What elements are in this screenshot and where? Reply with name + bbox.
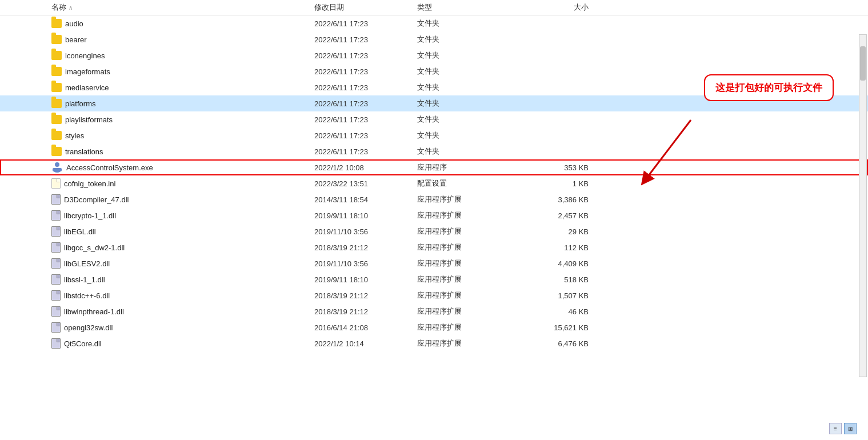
folder-icon xyxy=(51,115,62,124)
file-date: 2022/6/11 17:23 xyxy=(314,67,417,76)
folder-row[interactable]: translations 2022/6/11 17:23 文件夹 xyxy=(0,143,868,159)
file-size: 1,507 KB xyxy=(520,291,600,300)
file-row[interactable]: D3Dcompiler_47.dll 2014/3/11 18:54 应用程序扩… xyxy=(0,191,868,207)
file-date: 2022/6/11 17:23 xyxy=(314,99,417,108)
file-name: Qt5Core.dll xyxy=(64,339,102,348)
file-size: 6,476 KB xyxy=(520,339,600,348)
file-type: 应用程序扩展 xyxy=(417,338,520,349)
file-type: 文件夹 xyxy=(417,146,520,157)
file-date: 2018/3/19 21:12 xyxy=(314,307,417,316)
file-type: 应用程序扩展 xyxy=(417,290,520,301)
file-name: libwinpthread-1.dll xyxy=(64,307,124,316)
svg-rect-2 xyxy=(53,168,62,171)
file-name: AccessControlSystem.exe xyxy=(66,163,153,172)
file-row[interactable]: libGLESV2.dll 2019/11/10 3:56 应用程序扩展 4,4… xyxy=(0,255,868,271)
file-name: libcrypto-1_1.dll xyxy=(64,211,116,220)
callout-box: 这是打包好的可执行文件 xyxy=(704,74,834,101)
file-date: 2022/6/11 17:23 xyxy=(314,19,417,28)
file-name: mediaservice xyxy=(65,83,109,92)
file-date: 2018/3/19 21:12 xyxy=(314,291,417,300)
file-name: playlistformats xyxy=(65,115,113,124)
file-type: 文件夹 xyxy=(417,98,520,109)
file-row[interactable]: libEGL.dll 2019/11/10 3:56 应用程序扩展 29 KB xyxy=(0,223,868,239)
folder-icon xyxy=(51,147,62,156)
file-type: 应用程序扩展 xyxy=(417,258,520,269)
folder-row[interactable]: iconengines 2022/6/11 17:23 文件夹 xyxy=(0,47,868,63)
file-type: 应用程序扩展 xyxy=(417,306,520,317)
file-size: 1 KB xyxy=(520,179,600,188)
file-size: 3,386 KB xyxy=(520,195,600,204)
file-name: imageformats xyxy=(65,67,110,76)
file-date: 2019/11/10 3:56 xyxy=(314,259,417,268)
file-type: 文件夹 xyxy=(417,66,520,77)
file-name: styles xyxy=(65,131,84,140)
folder-row[interactable]: bearer 2022/6/11 17:23 文件夹 xyxy=(0,31,868,47)
file-size: 46 KB xyxy=(520,307,600,316)
file-name: libssl-1_1.dll xyxy=(64,275,105,284)
folder-row[interactable]: playlistformats 2022/6/11 17:23 文件夹 xyxy=(0,111,868,127)
file-date: 2022/1/2 10:14 xyxy=(314,339,417,348)
file-name: audio xyxy=(65,19,83,28)
file-date: 2022/6/11 17:23 xyxy=(314,51,417,60)
file-row[interactable]: Qt5Core.dll 2022/1/2 10:14 应用程序扩展 6,476 … xyxy=(0,335,868,351)
file-name: bearer xyxy=(65,35,87,44)
file-type: 应用程序扩展 xyxy=(417,242,520,253)
file-type: 应用程序扩展 xyxy=(417,194,520,205)
col-size-header[interactable]: 大小 xyxy=(520,2,600,13)
file-row[interactable]: libcrypto-1_1.dll 2019/9/11 18:10 应用程序扩展… xyxy=(0,207,868,223)
file-date: 2022/3/22 13:51 xyxy=(314,179,417,188)
file-row[interactable]: libstdc++-6.dll 2018/3/19 21:12 应用程序扩展 1… xyxy=(0,287,868,303)
file-date: 2022/1/2 10:08 xyxy=(314,163,417,172)
folder-row[interactable]: styles 2022/6/11 17:23 文件夹 xyxy=(0,127,868,143)
col-date-header[interactable]: 修改日期 xyxy=(314,2,417,13)
file-date: 2022/6/11 17:23 xyxy=(314,115,417,124)
file-row[interactable]: AccessControlSystem.exe 2022/1/2 10:08 应… xyxy=(0,159,868,175)
dll-icon xyxy=(51,194,61,205)
folder-icon xyxy=(51,83,62,92)
file-list: AccessControlSystem.exe 2022/1/2 10:08 应… xyxy=(0,159,868,351)
file-date: 2019/11/10 3:56 xyxy=(314,227,417,236)
file-size: 29 KB xyxy=(520,227,600,236)
file-type: 文件夹 xyxy=(417,130,520,141)
file-date: 2019/9/11 18:10 xyxy=(314,211,417,220)
file-size: 112 KB xyxy=(520,243,600,252)
file-date: 2016/6/14 21:08 xyxy=(314,323,417,332)
file-row[interactable]: cofnig_token.ini 2022/3/22 13:51 配置设置 1 … xyxy=(0,175,868,191)
file-size: 518 KB xyxy=(520,275,600,284)
list-view-button[interactable]: ≡ xyxy=(829,423,842,434)
folder-icon xyxy=(51,131,62,140)
file-type: 配置设置 xyxy=(417,178,520,189)
file-explorer: 名称 ∧ 修改日期 类型 大小 audio 2022/6/11 17:23 文件… xyxy=(0,0,868,440)
dll-icon xyxy=(51,290,61,301)
file-row[interactable]: libwinpthread-1.dll 2018/3/19 21:12 应用程序… xyxy=(0,303,868,319)
file-date: 2018/3/19 21:12 xyxy=(314,243,417,252)
file-type: 文件夹 xyxy=(417,34,520,45)
scrollbar-thumb[interactable] xyxy=(860,46,866,81)
col-name-header[interactable]: 名称 ∧ xyxy=(51,2,314,13)
file-name: libGLESV2.dll xyxy=(64,259,110,268)
file-row[interactable]: libgcc_s_dw2-1.dll 2018/3/19 21:12 应用程序扩… xyxy=(0,239,868,255)
file-name: libgcc_s_dw2-1.dll xyxy=(64,243,125,252)
col-type-header[interactable]: 类型 xyxy=(417,2,520,13)
file-name: opengl32sw.dll xyxy=(64,323,113,332)
file-type: 应用程序扩展 xyxy=(417,322,520,333)
folder-row[interactable]: audio 2022/6/11 17:23 文件夹 xyxy=(0,15,868,31)
dll-icon xyxy=(51,242,61,253)
view-buttons: ≡ ⊞ xyxy=(829,423,857,434)
file-type: 应用程序扩展 xyxy=(417,274,520,285)
file-type: 应用程序 xyxy=(417,162,520,173)
svg-point-0 xyxy=(55,162,59,167)
detail-view-button[interactable]: ⊞ xyxy=(844,423,857,434)
file-size: 15,621 KB xyxy=(520,323,600,332)
file-row[interactable]: libssl-1_1.dll 2019/9/11 18:10 应用程序扩展 51… xyxy=(0,271,868,287)
col-name-label: 名称 xyxy=(51,2,66,13)
dll-icon xyxy=(51,322,61,333)
folder-icon xyxy=(51,35,62,44)
dll-icon xyxy=(51,258,61,269)
dll-icon xyxy=(51,210,61,221)
file-type: 文件夹 xyxy=(417,82,520,93)
file-date: 2022/6/11 17:23 xyxy=(314,35,417,44)
file-name: cofnig_token.ini xyxy=(64,179,115,188)
scrollbar[interactable] xyxy=(859,34,867,377)
file-row[interactable]: opengl32sw.dll 2016/6/14 21:08 应用程序扩展 15… xyxy=(0,319,868,335)
